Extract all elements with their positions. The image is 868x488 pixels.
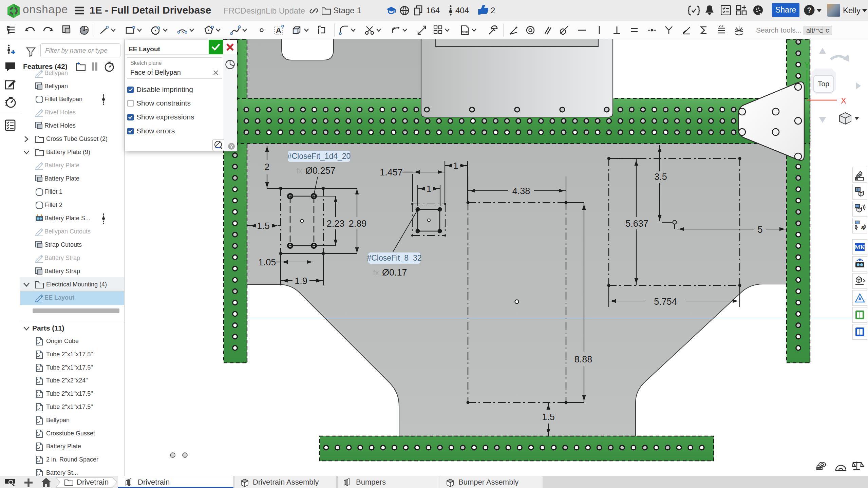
svg-text:8.88: 8.88 (574, 354, 592, 364)
svg-text:MK: MK (855, 244, 865, 250)
svg-text:1.5: 1.5 (257, 221, 270, 231)
svg-text:A: A (276, 26, 281, 35)
svg-text:5.637: 5.637 (625, 219, 648, 229)
svg-text:Ø0.257: Ø0.257 (305, 166, 336, 176)
svg-text:Top: Top (818, 80, 829, 88)
svg-text:fx: fx (296, 167, 302, 175)
svg-text:3.5: 3.5 (654, 172, 667, 182)
svg-text:2: 2 (264, 162, 269, 172)
svg-text:Y: Y (804, 60, 810, 70)
svg-text:DXF: DXF (462, 31, 468, 34)
svg-text:#CloseFit_8_32: #CloseFit_8_32 (367, 254, 421, 262)
svg-text:2.89: 2.89 (349, 219, 367, 229)
svg-text:fx: fx (373, 268, 379, 277)
svg-text:5.754: 5.754 (654, 297, 677, 307)
svg-text:Ø0.17: Ø0.17 (382, 267, 407, 278)
svg-text:1.5: 1.5 (542, 412, 555, 422)
svg-text:2.23: 2.23 (327, 219, 345, 229)
svg-text:X: X (841, 96, 846, 105)
svg-text:4.38: 4.38 (512, 186, 530, 196)
svg-text:#CloseFit_1d4_20: #CloseFit_1d4_20 (287, 152, 351, 161)
svg-text:1.9: 1.9 (295, 276, 307, 286)
svg-text:1: 1 (453, 161, 458, 171)
svg-text:1.457: 1.457 (380, 167, 403, 177)
svg-text:1: 1 (426, 184, 431, 194)
svg-text:1.05: 1.05 (258, 257, 276, 267)
svg-text:?: ? (807, 6, 811, 14)
svg-text:5: 5 (757, 225, 762, 235)
svg-text:x): x) (861, 224, 866, 230)
